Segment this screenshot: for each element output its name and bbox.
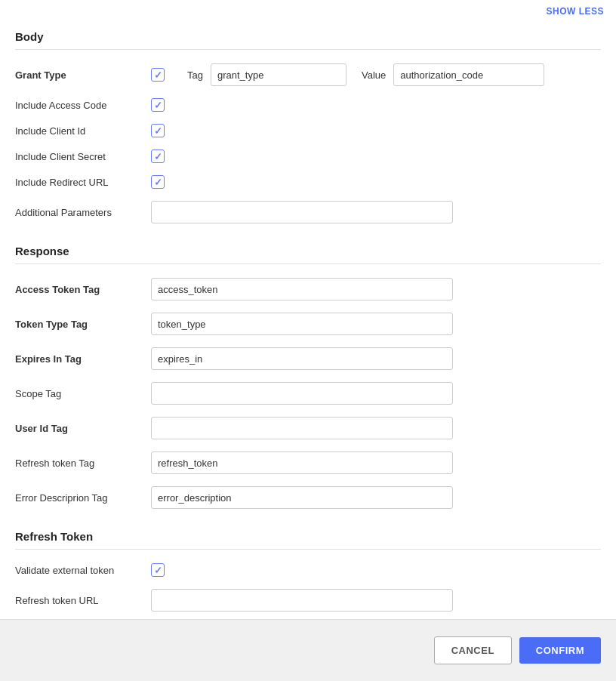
show-less-bar: SHOW LESS xyxy=(0,0,616,23)
body-section-title: Body xyxy=(15,23,601,49)
include-client-secret-checkbox-wrap[interactable] xyxy=(151,149,165,163)
refresh-token-tag-input[interactable] xyxy=(151,451,453,474)
confirm-button[interactable]: CONFIRM xyxy=(519,637,601,664)
include-access-code-label: Include Access Code xyxy=(15,100,151,111)
validate-external-token-row: Validate external token xyxy=(15,557,601,583)
refresh-token-divider xyxy=(15,549,601,550)
error-description-tag-input[interactable] xyxy=(151,486,453,509)
grant-type-checkbox[interactable] xyxy=(151,68,165,82)
include-access-code-checkbox-wrap[interactable] xyxy=(151,98,165,112)
grant-type-tag-input[interactable] xyxy=(211,63,346,86)
include-redirect-url-row: Include Redirect URL xyxy=(15,169,601,195)
include-client-secret-label: Include Client Secret xyxy=(15,151,151,162)
grant-type-label: Grant Type xyxy=(15,69,151,81)
include-client-id-checkbox-wrap[interactable] xyxy=(151,124,165,137)
expires-in-tag-input[interactable] xyxy=(151,347,453,370)
include-redirect-url-checkbox[interactable] xyxy=(151,175,165,189)
body-section: Body Grant Type Tag Value Include Access… xyxy=(0,23,616,237)
validate-external-token-checkbox-wrap[interactable] xyxy=(151,563,165,577)
grant-type-row: Grant Type Tag Value xyxy=(15,57,601,92)
additional-parameters-row: Additional Parameters xyxy=(15,195,601,230)
refresh-token-tag-row: Refresh token Tag xyxy=(15,445,601,480)
error-description-tag-label: Error Descriprion Tag xyxy=(15,492,151,504)
refresh-token-url-input[interactable] xyxy=(151,589,453,612)
include-client-id-row: Include Client Id xyxy=(15,118,601,143)
include-access-code-checkbox[interactable] xyxy=(151,98,165,112)
token-type-tag-row: Token Type Tag xyxy=(15,307,601,341)
response-section: Response Access Token Tag Token Type Tag… xyxy=(0,237,616,522)
user-id-tag-row: User Id Tag xyxy=(15,411,601,445)
include-access-code-row: Include Access Code xyxy=(15,92,601,118)
scope-tag-row: Scope Tag xyxy=(15,376,601,411)
access-token-tag-input[interactable] xyxy=(151,278,453,300)
include-client-id-label: Include Client Id xyxy=(15,125,151,137)
refresh-token-tag-label: Refresh token Tag xyxy=(15,458,151,469)
refresh-token-section-title: Refresh Token xyxy=(15,522,601,549)
expires-in-tag-label: Expires In Tag xyxy=(15,353,151,365)
include-client-secret-checkbox[interactable] xyxy=(151,149,165,163)
refresh-token-url-row: Refresh token URL xyxy=(15,583,601,618)
response-section-title: Response xyxy=(15,237,601,263)
refresh-token-url-label: Refresh token URL xyxy=(15,595,151,606)
expires-in-tag-row: Expires In Tag xyxy=(15,341,601,376)
token-type-tag-input[interactable] xyxy=(151,313,453,335)
error-description-tag-row: Error Descriprion Tag xyxy=(15,480,601,515)
show-less-link[interactable]: SHOW LESS xyxy=(546,6,604,17)
grant-type-tag-label: Tag xyxy=(187,69,203,81)
include-redirect-url-checkbox-wrap[interactable] xyxy=(151,175,165,189)
user-id-tag-label: User Id Tag xyxy=(15,423,151,434)
additional-parameters-label: Additional Parameters xyxy=(15,207,151,218)
grant-type-value-label: Value xyxy=(362,69,386,81)
include-client-id-checkbox[interactable] xyxy=(151,124,165,137)
validate-external-token-checkbox[interactable] xyxy=(151,563,165,577)
grant-type-value-input[interactable] xyxy=(393,63,544,86)
include-client-secret-row: Include Client Secret xyxy=(15,143,601,169)
scope-tag-input[interactable] xyxy=(151,382,453,405)
include-redirect-url-label: Include Redirect URL xyxy=(15,177,151,188)
scope-tag-label: Scope Tag xyxy=(15,388,151,399)
refresh-token-section: Refresh Token Validate external token Re… xyxy=(0,522,616,619)
cancel-button[interactable]: CANCEL xyxy=(434,636,512,664)
response-divider xyxy=(15,263,601,264)
body-divider xyxy=(15,49,601,50)
footer: CANCEL CONFIRM xyxy=(0,619,616,681)
validate-external-token-label: Validate external token xyxy=(15,565,151,576)
token-type-tag-label: Token Type Tag xyxy=(15,319,151,330)
additional-parameters-input[interactable] xyxy=(151,201,453,223)
access-token-tag-row: Access Token Tag xyxy=(15,272,601,307)
grant-type-checkbox-wrap[interactable] xyxy=(151,68,165,82)
user-id-tag-input[interactable] xyxy=(151,417,453,439)
access-token-tag-label: Access Token Tag xyxy=(15,284,151,295)
